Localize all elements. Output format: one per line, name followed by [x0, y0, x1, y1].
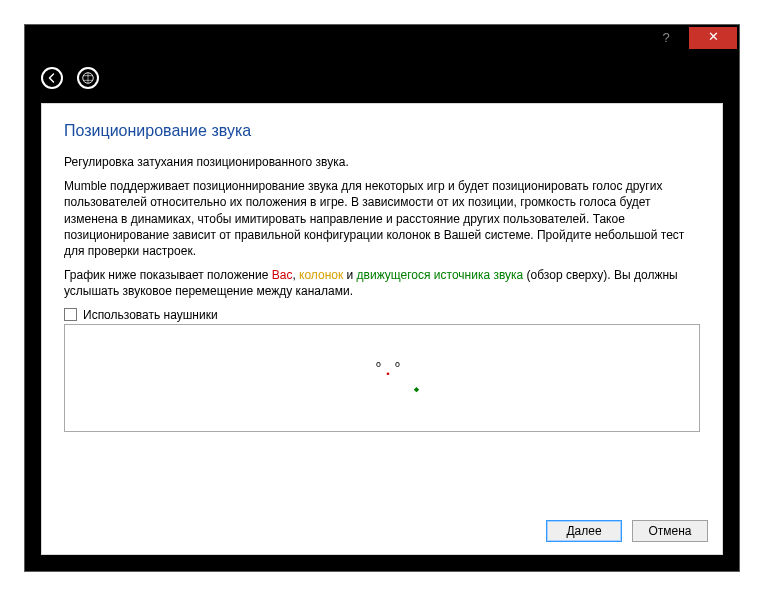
- positional-plot: o o • ◆: [64, 324, 700, 432]
- legend-speakers: колонок: [299, 268, 343, 282]
- next-mnemonic: Д: [566, 524, 574, 538]
- legend-you: Вас: [272, 268, 293, 282]
- footer-buttons: Далее Отмена: [546, 520, 708, 542]
- content-panel: Позиционирование звука Регулировка затух…: [41, 103, 723, 555]
- back-button[interactable]: [41, 67, 63, 89]
- headphones-checkbox[interactable]: [64, 308, 77, 321]
- next-label-rest: алее: [575, 524, 602, 538]
- close-button[interactable]: ✕: [689, 27, 737, 49]
- legend-source: движущегося источника звука: [357, 268, 524, 282]
- graph-legend-text: График ниже показывает положение Вас, ко…: [64, 267, 700, 299]
- legend-and: и: [343, 268, 356, 282]
- help-button[interactable]: ?: [643, 27, 689, 49]
- arrow-left-icon: [46, 72, 58, 84]
- cancel-button[interactable]: Отмена: [632, 520, 708, 542]
- nav-area: [25, 51, 739, 105]
- wizard-window: ? ✕ Позиционирование звука Регулировка з…: [24, 24, 740, 572]
- headphones-checkbox-row[interactable]: Использовать наушники: [64, 308, 700, 322]
- legend-prefix: График ниже показывает положение: [64, 268, 272, 282]
- content-inner: Позиционирование звука Регулировка затух…: [64, 122, 700, 502]
- globe-icon: [81, 71, 95, 85]
- headphones-label: Использовать наушники: [83, 308, 218, 322]
- speaker-right-dot: o: [395, 361, 400, 367]
- titlebar: ? ✕: [25, 25, 739, 51]
- body-text: Mumble поддерживает позициoннирование зв…: [64, 178, 700, 259]
- page-title: Позиционирование звука: [64, 122, 700, 140]
- intro-text: Регулировка затухания позиционированного…: [64, 154, 700, 170]
- next-button[interactable]: Далее: [546, 520, 622, 542]
- source-dot: ◆: [414, 386, 419, 392]
- speaker-left-dot: o: [376, 361, 381, 367]
- app-icon: [77, 67, 99, 89]
- you-dot: •: [385, 371, 390, 377]
